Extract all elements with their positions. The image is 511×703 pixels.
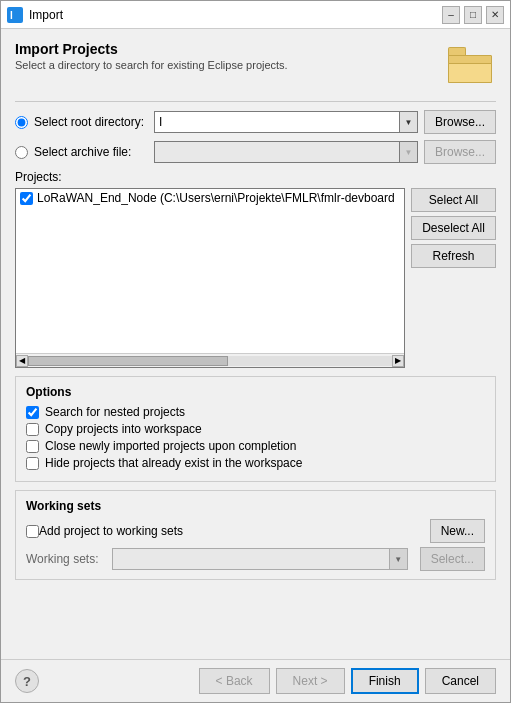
header-section: Import Projects Select a directory to se…	[15, 41, 496, 89]
scroll-left-btn[interactable]: ◀	[16, 355, 28, 367]
copy-projects-checkbox[interactable]	[26, 423, 39, 436]
archive-browse-button[interactable]: Browse...	[424, 140, 496, 164]
scroll-right-btn[interactable]: ▶	[392, 355, 404, 367]
dialog-title: Import Projects	[15, 41, 444, 57]
working-sets-section: Working sets Add project to working sets…	[15, 490, 496, 580]
horizontal-scrollbar[interactable]: ◀ ▶	[16, 353, 404, 367]
option-nested-projects: Search for nested projects	[26, 405, 485, 419]
help-button[interactable]: ?	[15, 669, 39, 693]
finish-button[interactable]: Finish	[351, 668, 419, 694]
root-directory-radio[interactable]	[15, 116, 28, 129]
folder-icon-container	[444, 41, 496, 89]
close-imported-checkbox[interactable]	[26, 440, 39, 453]
archive-file-input[interactable]	[154, 141, 400, 163]
title-bar-text: Import	[29, 8, 442, 22]
new-working-set-button[interactable]: New...	[430, 519, 485, 543]
root-directory-row: Select root directory: ▼ Browse...	[15, 110, 496, 134]
project-item-text: LoRaWAN_End_Node (C:\Users\erni\Projekte…	[37, 191, 395, 205]
working-sets-label-row: Working sets: ▼ Select...	[26, 547, 485, 571]
root-directory-input[interactable]	[154, 111, 400, 133]
deselect-all-button[interactable]: Deselect All	[411, 216, 496, 240]
svg-text:I: I	[10, 10, 13, 21]
projects-label: Projects:	[15, 170, 496, 184]
options-section: Options Search for nested projects Copy …	[15, 376, 496, 482]
add-working-sets-checkbox[interactable]	[26, 525, 39, 538]
scroll-thumb[interactable]	[28, 356, 228, 366]
working-sets-combo: ▼	[112, 548, 408, 570]
app-icon: I	[7, 7, 23, 23]
footer-buttons: ? < Back Next > Finish Cancel	[1, 659, 510, 702]
list-item[interactable]: LoRaWAN_End_Node (C:\Users\erni\Projekte…	[16, 189, 404, 207]
minimize-button[interactable]: –	[442, 6, 460, 24]
add-working-sets-label[interactable]: Add project to working sets	[39, 524, 183, 538]
title-bar: I Import – □ ✕	[1, 1, 510, 29]
next-button[interactable]: Next >	[276, 668, 345, 694]
scroll-track	[28, 356, 392, 366]
cancel-button[interactable]: Cancel	[425, 668, 496, 694]
add-to-working-sets-row: Add project to working sets New...	[26, 519, 485, 543]
select-working-set-button[interactable]: Select...	[420, 547, 485, 571]
main-content: Import Projects Select a directory to se…	[1, 29, 510, 659]
projects-area: LoRaWAN_End_Node (C:\Users\erni\Projekte…	[15, 188, 496, 368]
title-bar-buttons: – □ ✕	[442, 6, 504, 24]
hide-existing-label[interactable]: Hide projects that already exist in the …	[45, 456, 302, 470]
working-sets-label: Working sets:	[26, 552, 106, 566]
import-dialog: I Import – □ ✕ Import Projects Select a …	[0, 0, 511, 703]
nested-projects-label[interactable]: Search for nested projects	[45, 405, 185, 419]
archive-file-label[interactable]: Select archive file:	[34, 145, 154, 159]
archive-dropdown-btn: ▼	[400, 141, 418, 163]
refresh-button[interactable]: Refresh	[411, 244, 496, 268]
archive-file-row: Select archive file: ▼ Browse...	[15, 140, 496, 164]
root-directory-input-combo: ▼	[154, 111, 418, 133]
root-directory-dropdown-btn[interactable]: ▼	[400, 111, 418, 133]
projects-list[interactable]: LoRaWAN_End_Node (C:\Users\erni\Projekte…	[15, 188, 405, 368]
working-sets-title: Working sets	[26, 499, 485, 513]
working-sets-input	[112, 548, 390, 570]
hide-existing-checkbox[interactable]	[26, 457, 39, 470]
maximize-button[interactable]: □	[464, 6, 482, 24]
header-divider	[15, 101, 496, 102]
working-sets-dropdown-btn: ▼	[390, 548, 408, 570]
root-directory-label[interactable]: Select root directory:	[34, 115, 154, 129]
archive-file-radio[interactable]	[15, 146, 28, 159]
copy-projects-label[interactable]: Copy projects into workspace	[45, 422, 202, 436]
nested-projects-checkbox[interactable]	[26, 406, 39, 419]
back-button[interactable]: < Back	[199, 668, 270, 694]
option-close-imported: Close newly imported projects upon compl…	[26, 439, 485, 453]
project-checkbox[interactable]	[20, 192, 33, 205]
header-text: Import Projects Select a directory to se…	[15, 41, 444, 71]
projects-action-buttons: Select All Deselect All Refresh	[411, 188, 496, 368]
options-title: Options	[26, 385, 485, 399]
close-button[interactable]: ✕	[486, 6, 504, 24]
dialog-subtitle: Select a directory to search for existin…	[15, 59, 444, 71]
archive-file-input-combo: ▼	[154, 141, 418, 163]
root-browse-button[interactable]: Browse...	[424, 110, 496, 134]
option-hide-existing: Hide projects that already exist in the …	[26, 456, 485, 470]
close-imported-label[interactable]: Close newly imported projects upon compl…	[45, 439, 296, 453]
folder-icon	[448, 47, 492, 83]
option-copy-projects: Copy projects into workspace	[26, 422, 485, 436]
select-all-button[interactable]: Select All	[411, 188, 496, 212]
